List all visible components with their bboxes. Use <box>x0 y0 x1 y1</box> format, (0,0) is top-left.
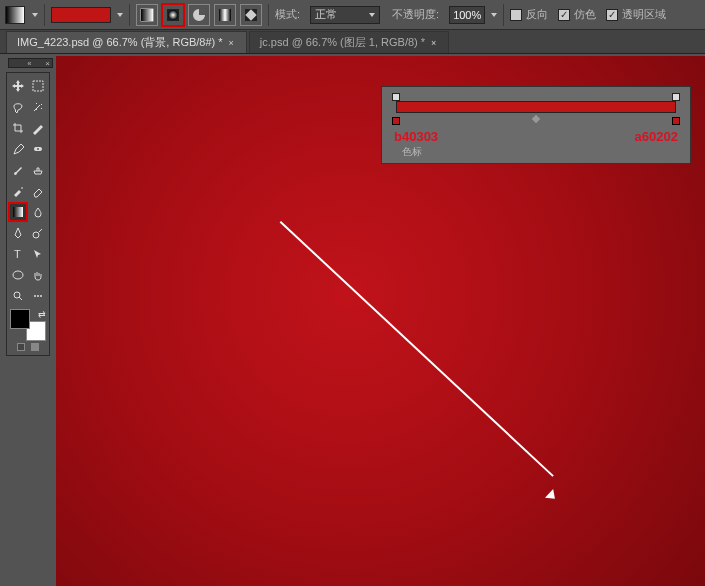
gradient-picker-dropdown[interactable] <box>117 13 123 17</box>
color-stop-left[interactable] <box>392 117 400 125</box>
history-brush-tool[interactable] <box>9 182 27 200</box>
svg-point-13 <box>13 271 23 279</box>
gradient-preview-bar[interactable] <box>396 101 676 113</box>
svg-text:T: T <box>14 248 21 260</box>
diamond-gradient-button[interactable] <box>240 4 262 26</box>
document-tab-active[interactable]: IMG_4223.psd @ 66.7% (背景, RGB/8#) * × <box>6 31 247 53</box>
divider <box>503 4 504 26</box>
toolbox: T ⇄ <box>6 72 50 356</box>
mode-label: 模式: <box>275 7 300 22</box>
arrow-head-icon <box>545 489 559 503</box>
gradient-hint-label: 色标 <box>392 145 680 159</box>
reflected-gradient-button[interactable] <box>214 4 236 26</box>
tab-label: jc.psd @ 66.7% (图层 1, RGB/8) * <box>260 35 425 50</box>
opacity-stop-right[interactable] <box>672 93 680 101</box>
blend-mode-select[interactable]: 正常 <box>310 6 380 24</box>
dither-label: 仿色 <box>574 7 596 22</box>
gradient-drag-line <box>280 221 554 477</box>
close-icon[interactable]: × <box>431 38 436 48</box>
svg-point-16 <box>37 295 39 297</box>
divider <box>129 4 130 26</box>
transparency-label: 透明区域 <box>622 7 666 22</box>
swap-colors-icon[interactable]: ⇄ <box>38 309 46 317</box>
foreground-color-swatch[interactable] <box>10 309 30 329</box>
blur-tool[interactable] <box>29 203 47 221</box>
type-tool[interactable]: T <box>9 245 27 263</box>
magic-wand-tool[interactable] <box>29 98 47 116</box>
crop-tool[interactable] <box>9 119 27 137</box>
toolbox-panel-tab[interactable]: « × <box>8 58 53 68</box>
document-tabs: IMG_4223.psd @ 66.7% (背景, RGB/8#) * × jc… <box>0 30 705 54</box>
gradient-editor-popup: b40303 a60202 色标 <box>381 86 691 164</box>
ellipse-tool[interactable] <box>9 266 27 284</box>
svg-rect-1 <box>141 9 153 21</box>
linear-gradient-button[interactable] <box>136 4 158 26</box>
chevron-icon: « <box>27 60 31 67</box>
gradient-tool-indicator <box>4 4 26 26</box>
svg-point-11 <box>33 232 39 238</box>
color-stop-right[interactable] <box>672 117 680 125</box>
divider <box>268 4 269 26</box>
zoom-tool[interactable] <box>9 287 27 305</box>
more-tools[interactable] <box>29 287 47 305</box>
quick-mask-toggle[interactable] <box>17 343 25 351</box>
gradient-bar[interactable] <box>392 95 680 117</box>
tool-preset-dropdown[interactable] <box>32 13 38 17</box>
gradient-tool-icon <box>5 6 25 24</box>
reverse-checkbox[interactable] <box>510 9 522 21</box>
svg-point-14 <box>14 292 20 298</box>
document-tab[interactable]: jc.psd @ 66.7% (图层 1, RGB/8) * × <box>249 31 450 53</box>
gradient-swatch[interactable] <box>51 7 111 23</box>
pen-tool[interactable] <box>9 224 27 242</box>
blend-mode-value: 正常 <box>315 7 337 22</box>
hand-tool[interactable] <box>29 266 47 284</box>
path-select-tool[interactable] <box>29 245 47 263</box>
reverse-label: 反向 <box>526 7 548 22</box>
close-icon[interactable]: × <box>45 59 50 68</box>
svg-rect-8 <box>33 81 43 91</box>
opacity-input[interactable]: 100% <box>449 6 485 24</box>
tab-label: IMG_4223.psd @ 66.7% (背景, RGB/8#) * <box>17 35 223 50</box>
color-swatches: ⇄ <box>10 309 46 341</box>
svg-point-15 <box>34 295 36 297</box>
midpoint-handle[interactable] <box>532 115 540 123</box>
right-stop-value: a60202 <box>635 129 678 144</box>
dodge-tool[interactable] <box>29 224 47 242</box>
clone-stamp-tool[interactable] <box>29 161 47 179</box>
radial-gradient-button[interactable] <box>162 4 184 26</box>
move-tool[interactable] <box>9 77 27 95</box>
screen-mode-toggle[interactable] <box>31 343 39 351</box>
svg-point-17 <box>40 295 42 297</box>
left-stop-value: b40303 <box>394 129 438 144</box>
transparency-checkbox[interactable]: ✓ <box>606 9 618 21</box>
lasso-tool[interactable] <box>9 98 27 116</box>
options-bar: 模式: 正常 不透明度: 100% 反向 ✓ 仿色 ✓ 透明区域 <box>0 0 705 30</box>
svg-rect-5 <box>219 9 231 21</box>
canvas[interactable]: b40303 a60202 色标 <box>56 56 705 586</box>
chevron-down-icon <box>369 13 375 17</box>
svg-point-3 <box>168 10 178 20</box>
divider <box>44 4 45 26</box>
eraser-tool[interactable] <box>29 182 47 200</box>
eyedropper-tool[interactable] <box>9 140 27 158</box>
gradient-tool[interactable] <box>9 203 27 221</box>
opacity-stop-left[interactable] <box>392 93 400 101</box>
opacity-label: 不透明度: <box>392 7 439 22</box>
brush-tool[interactable] <box>9 161 27 179</box>
slice-tool[interactable] <box>29 119 47 137</box>
dither-checkbox[interactable]: ✓ <box>558 9 570 21</box>
svg-rect-10 <box>13 207 23 217</box>
close-icon[interactable]: × <box>229 38 234 48</box>
opacity-dropdown[interactable] <box>491 13 497 17</box>
rect-marquee-tool[interactable] <box>29 77 47 95</box>
angle-gradient-button[interactable] <box>188 4 210 26</box>
svg-rect-9 <box>34 147 42 151</box>
healing-brush-tool[interactable] <box>29 140 47 158</box>
